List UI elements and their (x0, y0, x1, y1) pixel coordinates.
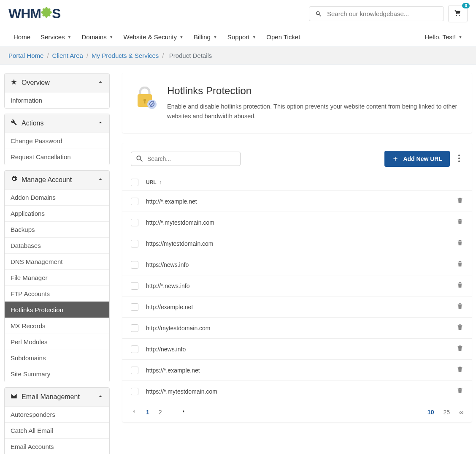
row-checkbox[interactable] (131, 219, 138, 226)
sidebar-item-email-accounts[interactable]: Email Accounts (5, 438, 109, 454)
sidebar-panel-email[interactable]: Email Management (5, 388, 109, 406)
sidebar-item-change-password[interactable]: Change Password (5, 133, 109, 149)
knowledgebase-search-input[interactable] (327, 10, 438, 17)
breadcrumb-link[interactable]: My Products & Services (92, 52, 159, 59)
chevron-down-icon: ▼ (68, 35, 72, 39)
chevron-down-icon: ▼ (252, 35, 256, 39)
delete-button[interactable] (457, 197, 463, 206)
page-size-10[interactable]: 10 (427, 409, 434, 416)
delete-button[interactable] (457, 260, 463, 269)
sidebar-item-information[interactable]: Information (5, 92, 109, 108)
breadcrumb-link[interactable]: Client Area (52, 52, 83, 59)
sidebar-panel-actions[interactable]: Actions (5, 114, 109, 133)
svg-point-7 (458, 158, 460, 159)
page-1[interactable]: 1 (146, 409, 149, 416)
sidebar-item-ftp-accounts[interactable]: FTP Accounts (5, 285, 109, 302)
add-new-url-button[interactable]: Add New URL (384, 151, 450, 167)
page-title: Hotlinks Protection (167, 85, 459, 97)
delete-button[interactable] (457, 239, 463, 248)
email-icon (11, 393, 17, 401)
nav-item-website-and-security[interactable]: Website & Security▼ (119, 27, 189, 46)
manage-icon (11, 176, 17, 184)
delete-button[interactable] (457, 302, 463, 311)
sidebar-item-backups[interactable]: Backups (5, 221, 109, 237)
delete-button[interactable] (457, 387, 463, 396)
nav-item-open-ticket[interactable]: Open Ticket (261, 27, 305, 46)
table-row: https://*.mytestdomain.com (122, 381, 472, 402)
sidebar-item-perl-modules[interactable]: Perl Modules (5, 334, 109, 350)
nav-item-domains[interactable]: Domains▼ (76, 27, 118, 46)
trash-icon (457, 324, 463, 331)
sidebar-item-subdomains[interactable]: Subdomains (5, 350, 109, 366)
nav-item-services[interactable]: Services▼ (35, 27, 76, 46)
chevron-up-icon (97, 176, 103, 184)
row-checkbox[interactable] (131, 198, 138, 205)
sidebar-item-site-summary[interactable]: Site Summary (5, 366, 109, 382)
chevron-down-icon: ▼ (109, 35, 114, 39)
nav-item-support[interactable]: Support▼ (222, 27, 261, 46)
chevron-up-icon (97, 393, 103, 401)
chevron-down-icon: ▼ (179, 35, 184, 39)
sidebar-item-applications[interactable]: Applications (5, 205, 109, 221)
more-options-button[interactable] (455, 151, 463, 167)
delete-button[interactable] (457, 324, 463, 332)
row-checkbox[interactable] (131, 240, 138, 247)
gear-icon (40, 6, 53, 22)
prev-page-button[interactable] (131, 408, 137, 416)
chevron-down-icon: ▼ (213, 35, 217, 39)
sidebar-item-dns-management[interactable]: DNS Management (5, 253, 109, 269)
nav-item-home[interactable]: Home (8, 27, 35, 46)
row-checkbox[interactable] (131, 324, 138, 332)
svg-point-8 (458, 160, 460, 162)
next-page-button[interactable] (181, 408, 187, 416)
user-greeting-label: Hello, Test! (425, 33, 456, 41)
column-header-url[interactable]: URL ↑ (146, 179, 162, 185)
knowledgebase-search[interactable] (309, 6, 444, 21)
overview-icon (11, 79, 17, 87)
delete-button[interactable] (457, 281, 463, 290)
table-row: http://*.news.info (122, 275, 472, 296)
table-search-input[interactable] (147, 155, 236, 162)
sidebar-item-databases[interactable]: Databases (5, 237, 109, 253)
table-row: https://news.info (122, 254, 472, 275)
row-checkbox[interactable] (131, 303, 138, 311)
add-button-label: Add New URL (403, 155, 442, 162)
sidebar-panel-overview[interactable]: Overview (5, 73, 109, 92)
delete-button[interactable] (457, 218, 463, 227)
row-checkbox[interactable] (131, 261, 138, 269)
actions-icon (11, 119, 17, 128)
sidebar-item-request-cancellation[interactable]: Request Cancellation (5, 149, 109, 165)
sidebar-item-mx-records[interactable]: MX Records (5, 318, 109, 334)
svg-point-6 (458, 155, 460, 156)
breadcrumb-link[interactable]: Portal Home (8, 52, 43, 59)
sidebar-item-catch-all-email[interactable]: Catch All Email (5, 422, 109, 438)
url-cell: https://mytestdomain.com (146, 240, 449, 247)
url-cell: http://example.net (146, 304, 449, 310)
nav-item-billing[interactable]: Billing▼ (189, 27, 222, 46)
search-icon (135, 155, 144, 163)
sidebar-item-file-manager[interactable]: File Manager (5, 269, 109, 285)
sidebar-item-hotlinks-protection[interactable]: Hotlinks Protection (5, 302, 109, 318)
row-checkbox[interactable] (131, 345, 138, 353)
plus-icon (392, 155, 399, 162)
delete-button[interactable] (457, 366, 463, 375)
user-greeting-dropdown[interactable]: Hello, Test! ▼ (419, 27, 468, 46)
delete-button[interactable] (457, 345, 463, 353)
row-checkbox[interactable] (131, 367, 138, 374)
svg-rect-3 (144, 101, 146, 103)
table-row: http://*.mytestdomain.com (122, 212, 472, 233)
cart-button[interactable]: 0 (448, 5, 468, 22)
page-size-25[interactable]: 25 (443, 409, 450, 416)
table-search[interactable] (131, 152, 241, 166)
row-checkbox[interactable] (131, 388, 138, 395)
page-2[interactable]: 2 (159, 409, 162, 416)
sidebar-item-addon-domains[interactable]: Addon Domains (5, 189, 109, 205)
row-checkbox[interactable] (131, 282, 138, 290)
sidebar-panel-manage[interactable]: Manage Account (5, 171, 109, 189)
brand-logo[interactable]: WHM S (8, 6, 60, 22)
sidebar-item-autoresponders[interactable]: Autoresponders (5, 406, 109, 422)
select-all-checkbox[interactable] (131, 179, 138, 186)
trash-icon (457, 260, 463, 268)
chevron-right-icon (181, 408, 187, 414)
page-size-∞[interactable]: ∞ (459, 409, 463, 416)
